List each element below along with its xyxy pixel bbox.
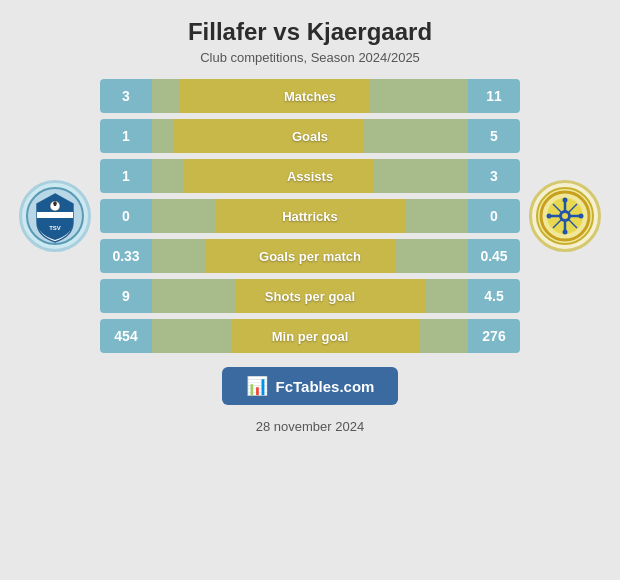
svg-point-16 bbox=[579, 214, 584, 219]
svg-rect-1 bbox=[37, 212, 73, 218]
stat-row: 9 Shots per goal 4.5 bbox=[100, 279, 520, 313]
stat-bar: Goals per match bbox=[152, 239, 468, 273]
stat-right-value: 5 bbox=[468, 119, 520, 153]
stat-left-value: 0 bbox=[100, 199, 152, 233]
svg-point-14 bbox=[563, 230, 568, 235]
page-header: Fillafer vs Kjaergaard Club competitions… bbox=[178, 0, 442, 71]
watermark-text: FcTables.com bbox=[276, 378, 375, 395]
stat-right-value: 4.5 bbox=[468, 279, 520, 313]
stat-label: Hattricks bbox=[282, 209, 338, 224]
stat-label: Goals bbox=[292, 129, 328, 144]
stat-row: 1 Goals 5 bbox=[100, 119, 520, 153]
stat-label: Shots per goal bbox=[265, 289, 355, 304]
stat-row: 454 Min per goal 276 bbox=[100, 319, 520, 353]
stat-left-value: 3 bbox=[100, 79, 152, 113]
stat-row: 3 Matches 11 bbox=[100, 79, 520, 113]
watermark: 📊 FcTables.com bbox=[222, 367, 399, 405]
stat-right-value: 3 bbox=[468, 159, 520, 193]
stat-label: Assists bbox=[287, 169, 333, 184]
stat-left-value: 0.33 bbox=[100, 239, 152, 273]
stat-row: 0 Hattricks 0 bbox=[100, 199, 520, 233]
watermark-icon: 📊 bbox=[246, 375, 268, 397]
stat-label: Goals per match bbox=[259, 249, 361, 264]
svg-text:TSV: TSV bbox=[49, 225, 61, 231]
stat-bar: Min per goal bbox=[152, 319, 468, 353]
team-logo-right bbox=[520, 180, 610, 252]
stat-row: 0.33 Goals per match 0.45 bbox=[100, 239, 520, 273]
stat-bar: Shots per goal bbox=[152, 279, 468, 313]
tsv-hartberg-logo: TSV bbox=[19, 180, 91, 252]
stat-label: Min per goal bbox=[272, 329, 349, 344]
footer-date: 28 november 2024 bbox=[256, 419, 364, 434]
team-logo-left: TSV bbox=[10, 180, 100, 252]
stat-right-value: 0 bbox=[468, 199, 520, 233]
stat-left-value: 1 bbox=[100, 119, 152, 153]
stat-left-value: 1 bbox=[100, 159, 152, 193]
stat-bar: Matches bbox=[152, 79, 468, 113]
stat-right-value: 0.45 bbox=[468, 239, 520, 273]
stat-bar: Goals bbox=[152, 119, 468, 153]
stat-right-value: 276 bbox=[468, 319, 520, 353]
match-title: Fillafer vs Kjaergaard bbox=[188, 18, 432, 46]
stat-bar: Assists bbox=[152, 159, 468, 193]
stat-left-value: 454 bbox=[100, 319, 152, 353]
kjaergaard-logo bbox=[529, 180, 601, 252]
svg-point-12 bbox=[562, 213, 568, 219]
stat-label: Matches bbox=[284, 89, 336, 104]
stat-right-value: 11 bbox=[468, 79, 520, 113]
main-content: TSV 3 Matches 11 1 Goals 5 1 Ass bbox=[0, 79, 620, 353]
stats-container: 3 Matches 11 1 Goals 5 1 Assists 3 0 Hat… bbox=[100, 79, 520, 353]
svg-point-15 bbox=[547, 214, 552, 219]
match-subtitle: Club competitions, Season 2024/2025 bbox=[188, 50, 432, 65]
stat-bar: Hattricks bbox=[152, 199, 468, 233]
stat-row: 1 Assists 3 bbox=[100, 159, 520, 193]
stat-left-value: 9 bbox=[100, 279, 152, 313]
svg-point-13 bbox=[563, 198, 568, 203]
